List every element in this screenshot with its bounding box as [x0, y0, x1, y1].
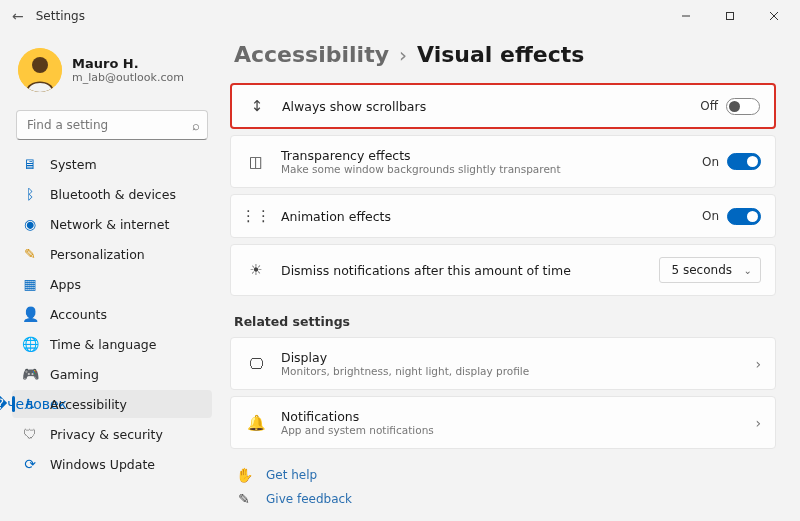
toggle-state-label: On — [702, 155, 719, 169]
search-icon: ⌕ — [192, 118, 200, 133]
setting-transparency[interactable]: ◫ Transparency effects Make some window … — [230, 135, 776, 188]
wifi-icon: ◉ — [22, 216, 38, 232]
sidebar-item-network[interactable]: ◉Network & internet — [12, 210, 212, 238]
sidebar-item-label: Personalization — [50, 247, 145, 262]
bell-icon: 🔔 — [245, 414, 267, 432]
help-icon: ✋ — [234, 467, 254, 483]
notification-time-dropdown[interactable]: 5 seconds ⌄ — [659, 257, 762, 283]
sync-icon: ⟳ — [22, 456, 38, 472]
transparency-toggle[interactable] — [727, 153, 761, 170]
sidebar: Mauro H. m_lab@outlook.com ⌕ 🖥System ᛒBl… — [0, 32, 220, 521]
main-content: Accessibility › Visual effects ↕ Always … — [220, 32, 800, 521]
chevron-down-icon: ⌄ — [744, 265, 752, 276]
related-settings-heading: Related settings — [234, 314, 772, 329]
related-notifications[interactable]: 🔔 Notifications App and system notificat… — [230, 396, 776, 449]
search-input[interactable] — [16, 110, 208, 140]
scroll-icon: ↕ — [246, 97, 268, 115]
maximize-button[interactable] — [708, 2, 752, 30]
help-link-label: Give feedback — [266, 492, 352, 506]
breadcrumb: Accessibility › Visual effects — [234, 42, 776, 67]
sidebar-item-label: Network & internet — [50, 217, 169, 232]
brush-icon: ✎ — [22, 246, 38, 262]
user-name: Mauro H. — [72, 56, 184, 71]
give-feedback-link[interactable]: ✎Give feedback — [234, 491, 776, 507]
related-display[interactable]: 🖵 Display Monitors, brightness, night li… — [230, 337, 776, 390]
system-icon: 🖥 — [22, 156, 38, 172]
user-profile[interactable]: Mauro H. m_lab@outlook.com — [12, 44, 212, 106]
search-field[interactable]: ⌕ — [16, 110, 208, 140]
svg-point-5 — [32, 57, 48, 73]
sidebar-item-label: Apps — [50, 277, 81, 292]
window-title: Settings — [36, 9, 85, 23]
chevron-right-icon: › — [755, 356, 761, 372]
user-email: m_lab@outlook.com — [72, 71, 184, 84]
feedback-icon: ✎ — [234, 491, 254, 507]
clock-icon: 🌐 — [22, 336, 38, 352]
sidebar-item-apps[interactable]: ▦Apps — [12, 270, 212, 298]
scrollbars-toggle[interactable] — [726, 98, 760, 115]
help-link-label: Get help — [266, 468, 317, 482]
toggle-state-label: Off — [700, 99, 718, 113]
row-title: Always show scrollbars — [282, 99, 686, 114]
breadcrumb-separator-icon: › — [399, 43, 407, 67]
animation-toggle[interactable] — [727, 208, 761, 225]
row-title: Display — [281, 350, 741, 365]
get-help-link[interactable]: ✋Get help — [234, 467, 776, 483]
person-icon: 👤 — [22, 306, 38, 322]
sidebar-item-personalization[interactable]: ✎Personalization — [12, 240, 212, 268]
sidebar-item-label: Time & language — [50, 337, 156, 352]
sidebar-item-accounts[interactable]: 👤Accounts — [12, 300, 212, 328]
animation-icon: ⋮⋮ — [245, 207, 267, 225]
sidebar-item-label: Windows Update — [50, 457, 155, 472]
shield-icon: 🛡 — [22, 426, 38, 442]
sidebar-item-label: System — [50, 157, 97, 172]
back-button[interactable]: ← — [12, 8, 24, 24]
sidebar-item-label: Bluetooth & devices — [50, 187, 176, 202]
sidebar-item-label: Privacy & security — [50, 427, 163, 442]
sidebar-item-gaming[interactable]: 🎮Gaming — [12, 360, 212, 388]
sidebar-item-windows-update[interactable]: ⟳Windows Update — [12, 450, 212, 478]
brightness-icon: ☀ — [245, 261, 267, 279]
gaming-icon: 🎮 — [22, 366, 38, 382]
row-title: Dismiss notifications after this amount … — [281, 263, 645, 278]
breadcrumb-current: Visual effects — [417, 42, 584, 67]
close-button[interactable] — [752, 2, 796, 30]
sidebar-item-label: Accounts — [50, 307, 107, 322]
minimize-button[interactable] — [664, 2, 708, 30]
nav-list: 🖥System ᛒBluetooth & devices ◉Network & … — [12, 150, 212, 478]
toggle-state-label: On — [702, 209, 719, 223]
sidebar-item-label: Accessibility — [50, 397, 127, 412]
display-icon: 🖵 — [245, 355, 267, 373]
sidebar-item-label: Gaming — [50, 367, 99, 382]
setting-always-show-scrollbars[interactable]: ↕ Always show scrollbars Off — [230, 83, 776, 129]
titlebar: ← Settings — [0, 0, 800, 32]
breadcrumb-parent[interactable]: Accessibility — [234, 42, 389, 67]
sidebar-item-bluetooth[interactable]: ᛒBluetooth & devices — [12, 180, 212, 208]
row-subtitle: Make some window backgrounds slightly tr… — [281, 163, 688, 175]
bluetooth-icon: ᛒ — [22, 186, 38, 202]
help-links: ✋Get help ✎Give feedback — [230, 467, 776, 507]
chevron-right-icon: › — [755, 415, 761, 431]
row-title: Transparency effects — [281, 148, 688, 163]
sidebar-item-privacy[interactable]: 🛡Privacy & security — [12, 420, 212, 448]
row-title: Notifications — [281, 409, 741, 424]
sidebar-item-accessibility[interactable]: �человек♿Accessibility — [12, 390, 212, 418]
setting-animation[interactable]: ⋮⋮ Animation effects On — [230, 194, 776, 238]
accessibility-icon: ♿ — [22, 396, 38, 412]
apps-icon: ▦ — [22, 276, 38, 292]
sidebar-item-time[interactable]: 🌐Time & language — [12, 330, 212, 358]
svg-rect-1 — [727, 13, 734, 20]
settings-window: ← Settings Mauro H. m_lab@outlook.com ⌕ — [0, 0, 800, 521]
dropdown-value: 5 seconds — [672, 263, 733, 277]
row-title: Animation effects — [281, 209, 688, 224]
transparency-icon: ◫ — [245, 153, 267, 171]
row-subtitle: App and system notifications — [281, 424, 741, 436]
sidebar-item-system[interactable]: 🖥System — [12, 150, 212, 178]
row-subtitle: Monitors, brightness, night light, displ… — [281, 365, 741, 377]
setting-notification-time[interactable]: ☀ Dismiss notifications after this amoun… — [230, 244, 776, 296]
avatar — [18, 48, 62, 92]
